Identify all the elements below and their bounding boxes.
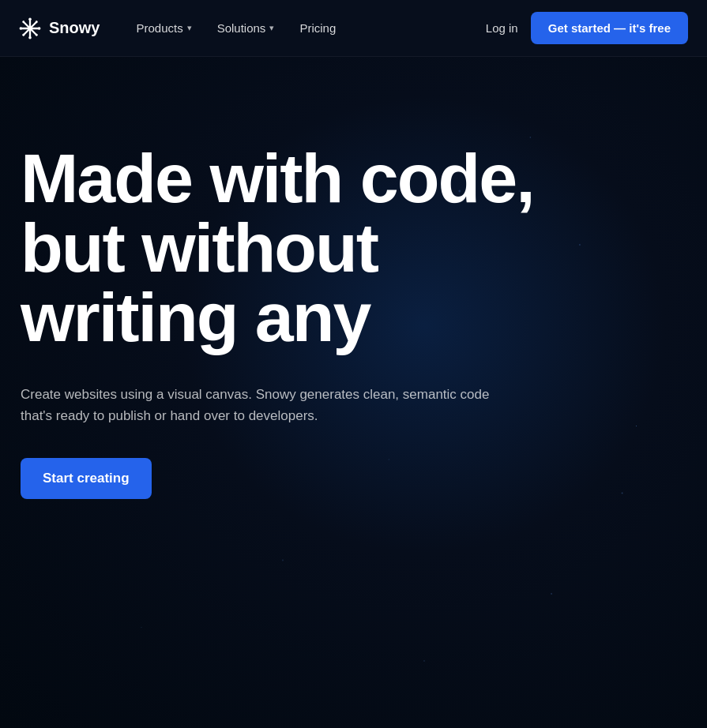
hero-subtext: Create websites using a visual canvas. S… xyxy=(21,384,495,426)
hero-section: Made with code, but without writing any … xyxy=(0,57,707,728)
solutions-chevron-icon: ▾ xyxy=(269,23,274,33)
nav-pricing[interactable]: Pricing xyxy=(288,15,347,41)
navbar: Snowy Products ▾ Solutions ▾ Pricing Log… xyxy=(0,0,707,57)
svg-point-7 xyxy=(36,21,38,23)
pricing-label: Pricing xyxy=(299,21,336,35)
products-chevron-icon: ▾ xyxy=(187,23,192,33)
svg-point-3 xyxy=(20,27,23,30)
headline-line1: Made with code, xyxy=(21,139,534,217)
hero-headline: Made with code, but without writing any xyxy=(21,144,637,352)
svg-point-4 xyxy=(38,27,41,30)
headline-line2: but without xyxy=(21,208,378,287)
solutions-label: Solutions xyxy=(217,21,266,35)
svg-point-2 xyxy=(28,36,32,39)
login-link[interactable]: Log in xyxy=(486,21,518,35)
svg-point-0 xyxy=(28,26,32,30)
svg-point-6 xyxy=(36,33,38,36)
brand-name: Snowy xyxy=(49,19,100,37)
headline-line3: writing any xyxy=(21,278,370,356)
svg-point-8 xyxy=(22,33,24,36)
snowflake-icon xyxy=(19,17,41,39)
svg-point-5 xyxy=(22,21,24,23)
products-label: Products xyxy=(136,21,182,35)
start-creating-button[interactable]: Start creating xyxy=(21,458,152,499)
nav-left: Snowy Products ▾ Solutions ▾ Pricing xyxy=(19,15,347,41)
nav-right: Log in Get started — it's free xyxy=(486,12,688,44)
get-started-button[interactable]: Get started — it's free xyxy=(531,12,688,44)
nav-links: Products ▾ Solutions ▾ Pricing xyxy=(125,15,347,41)
nav-products[interactable]: Products ▾ xyxy=(125,15,202,41)
nav-solutions[interactable]: Solutions ▾ xyxy=(206,15,286,41)
logo[interactable]: Snowy xyxy=(19,17,100,39)
svg-point-1 xyxy=(28,17,32,21)
